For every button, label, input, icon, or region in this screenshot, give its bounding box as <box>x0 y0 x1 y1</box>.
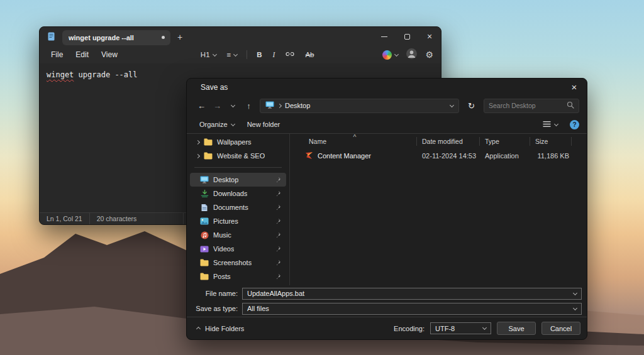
column-label: Name <box>309 138 326 145</box>
search-input[interactable] <box>489 102 567 109</box>
sidebar-item-screenshots[interactable]: Screenshots <box>190 256 286 270</box>
chevron-down-icon <box>231 121 235 126</box>
window-controls: × <box>373 27 441 46</box>
minimize-button[interactable] <box>373 27 396 46</box>
document-icon <box>200 204 209 212</box>
sidebar-item-downloads[interactable]: Downloads <box>190 187 286 200</box>
recent-locations-button[interactable] <box>226 99 240 113</box>
sidebar-item-label: Website & SEO <box>217 152 265 160</box>
breadcrumb-chevron-icon <box>277 103 282 107</box>
sidebar-item-desktop[interactable]: Desktop <box>190 173 286 187</box>
settings-gear-icon[interactable]: ⚙ <box>425 50 433 59</box>
sidebar-item-videos[interactable]: Videos <box>190 242 286 256</box>
column-header-blank <box>572 137 587 146</box>
new-folder-button[interactable]: New folder <box>242 118 286 131</box>
pin-icon <box>275 246 281 252</box>
encoding-combobox[interactable]: UTF-8 <box>430 322 491 334</box>
close-button[interactable]: × <box>418 27 441 46</box>
dialog-title: Save as <box>201 83 228 92</box>
account-avatar[interactable] <box>406 48 417 62</box>
column-header-size[interactable]: Size <box>530 137 572 146</box>
back-button[interactable]: ← <box>194 99 209 113</box>
notepad-tab[interactable]: winget upgrade --all <box>62 30 170 45</box>
organize-button[interactable]: Organize <box>194 118 240 131</box>
heading-dropdown[interactable]: H1 <box>196 49 221 60</box>
notepad-actions: ⚙ <box>382 48 433 62</box>
folder-icon <box>200 273 209 280</box>
folder-icon <box>200 259 209 266</box>
sidebar-item-music[interactable]: Music <box>190 228 286 242</box>
save-button[interactable]: Save <box>497 322 536 335</box>
folder-icon <box>204 152 213 160</box>
list-dropdown[interactable]: ≡ <box>223 49 242 60</box>
toolbar-right: ? <box>538 118 579 131</box>
column-label: Size <box>535 138 548 145</box>
cancel-button[interactable]: Cancel <box>541 322 580 335</box>
file-name-combobox[interactable]: UpdateAllApps.bat <box>242 288 582 300</box>
sidebar-divider <box>194 167 282 168</box>
sidebar-item-label: Videos <box>213 245 234 253</box>
save-type-value: All files <box>247 305 570 312</box>
forward-button[interactable]: → <box>210 99 225 113</box>
footer-actions: Encoding: UTF-8 Save Cancel <box>394 322 580 335</box>
folder-icon <box>204 138 213 146</box>
refresh-button[interactable]: ↻ <box>464 99 479 113</box>
menu-edit[interactable]: Edit <box>69 48 95 61</box>
pin-icon <box>275 273 281 280</box>
sidebar-item-documents[interactable]: Documents <box>190 200 286 214</box>
toolbar-divider <box>247 50 247 59</box>
download-icon <box>200 190 209 197</box>
column-header-name[interactable]: ^ Name <box>290 137 417 146</box>
heading-label: H1 <box>201 51 210 58</box>
notepad-menubar: File Edit View H1 ≡ B I Ab ⚙ <box>40 46 441 63</box>
hide-folders-label: Hide Folders <box>205 325 244 332</box>
up-button[interactable]: ↑ <box>242 99 256 113</box>
link-button[interactable] <box>281 49 299 60</box>
editor-text: upgrade --all <box>74 70 137 79</box>
sidebar-item-label: Documents <box>213 204 248 211</box>
pin-icon <box>275 204 281 210</box>
sidebar-item-website-seo[interactable]: Website & SEO <box>190 149 286 163</box>
menu-file[interactable]: File <box>45 48 69 61</box>
save-type-combobox[interactable]: All files <box>242 303 582 315</box>
menu-view[interactable]: View <box>95 48 124 61</box>
format-toolbar: H1 ≡ B I Ab <box>196 49 319 60</box>
search-box[interactable] <box>484 99 579 113</box>
hide-folders-button[interactable]: Hide Folders <box>193 322 248 335</box>
column-header-type[interactable]: Type <box>480 137 530 146</box>
view-options-button[interactable] <box>538 118 563 131</box>
maximize-button[interactable] <box>396 27 418 46</box>
dialog-close-button[interactable]: × <box>562 79 587 96</box>
file-row[interactable]: Content Manager 02-11-2024 14:53 Applica… <box>290 149 587 163</box>
minimize-icon <box>381 36 387 37</box>
desktop-location-icon <box>265 100 274 111</box>
sidebar-item-label: Wallpapers <box>217 138 252 146</box>
maximize-icon <box>404 34 410 40</box>
organize-label: Organize <box>199 121 228 128</box>
music-icon <box>200 231 209 239</box>
details-view-icon <box>543 121 551 129</box>
file-size: 11,186 KB <box>530 152 572 160</box>
character-count: 20 characters <box>90 213 184 224</box>
address-dropdown-icon[interactable] <box>450 102 454 107</box>
sidebar-item-pictures[interactable]: Pictures <box>190 214 286 228</box>
sidebar-item-wallpapers[interactable]: Wallpapers <box>190 135 286 149</box>
pin-icon <box>275 232 281 238</box>
new-tab-button[interactable]: + <box>170 32 189 42</box>
chevron-down-icon <box>231 102 235 107</box>
help-icon[interactable]: ? <box>570 120 579 129</box>
clear-format-button[interactable]: Ab <box>301 49 318 60</box>
search-icon <box>567 100 574 111</box>
column-header-date-modified[interactable]: Date modified <box>417 137 480 146</box>
expand-chevron-icon <box>196 139 200 144</box>
dialog-footer: Hide Folders Encoding: UTF-8 Save Cancel <box>187 317 587 339</box>
sidebar-item-posts[interactable]: Posts <box>190 270 286 283</box>
italic-button[interactable]: I <box>269 49 280 60</box>
file-list: ^ Name Date modified Type Size Content M… <box>290 134 587 285</box>
chevron-down-icon <box>482 325 487 330</box>
bold-button[interactable]: B <box>252 49 266 60</box>
editor-text-misspelled: winget <box>47 70 74 79</box>
address-bar[interactable]: Desktop <box>260 99 459 113</box>
copilot-button[interactable] <box>382 50 398 60</box>
breadcrumb-location[interactable]: Desktop <box>285 102 310 109</box>
